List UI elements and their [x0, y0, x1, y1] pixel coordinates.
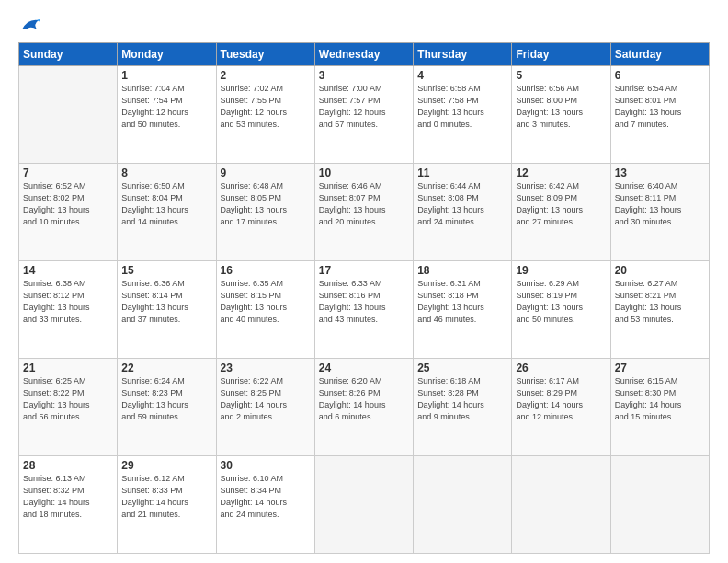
- day-number: 16: [221, 264, 311, 277]
- day-header-sunday: Sunday: [19, 43, 118, 66]
- calendar-cell: 21Sunrise: 6:25 AM Sunset: 8:22 PM Dayli…: [19, 359, 118, 456]
- day-number: 28: [23, 459, 113, 472]
- day-number: 14: [23, 264, 113, 277]
- day-number: 13: [615, 167, 705, 179]
- day-number: 4: [417, 69, 507, 82]
- day-info: Sunrise: 6:15 AM Sunset: 8:30 PM Dayligh…: [615, 375, 705, 423]
- header: [18, 17, 710, 33]
- day-header-monday: Monday: [118, 43, 216, 66]
- day-number: 29: [121, 459, 211, 472]
- day-info: Sunrise: 7:04 AM Sunset: 7:54 PM Dayligh…: [121, 83, 211, 131]
- day-number: 11: [417, 167, 507, 179]
- day-info: Sunrise: 7:00 AM Sunset: 7:57 PM Dayligh…: [319, 83, 409, 131]
- day-number: 30: [221, 459, 311, 472]
- calendar-cell: 15Sunrise: 6:36 AM Sunset: 8:14 PM Dayli…: [118, 261, 216, 359]
- day-number: 27: [615, 362, 705, 374]
- calendar-cell: 10Sunrise: 6:46 AM Sunset: 8:07 PM Dayli…: [314, 164, 413, 261]
- calendar-cell: 8Sunrise: 6:50 AM Sunset: 8:04 PM Daylig…: [118, 164, 216, 261]
- calendar-cell: 25Sunrise: 6:18 AM Sunset: 8:28 PM Dayli…: [414, 359, 512, 456]
- day-number: 22: [121, 362, 211, 374]
- calendar-cell: 18Sunrise: 6:31 AM Sunset: 8:18 PM Dayli…: [414, 261, 512, 359]
- day-info: Sunrise: 6:36 AM Sunset: 8:14 PM Dayligh…: [121, 278, 211, 326]
- calendar-cell: 30Sunrise: 6:10 AM Sunset: 8:34 PM Dayli…: [216, 456, 314, 554]
- calendar-cell: 16Sunrise: 6:35 AM Sunset: 8:15 PM Dayli…: [216, 261, 314, 359]
- page: SundayMondayTuesdayWednesdayThursdayFrid…: [0, 0, 728, 563]
- calendar-cell: 19Sunrise: 6:29 AM Sunset: 8:19 PM Dayli…: [512, 261, 610, 359]
- calendar-cell: 3Sunrise: 7:00 AM Sunset: 7:57 PM Daylig…: [314, 66, 413, 164]
- calendar-cell: [314, 456, 413, 554]
- calendar-cell: 9Sunrise: 6:48 AM Sunset: 8:05 PM Daylig…: [216, 164, 314, 261]
- calendar-cell: 12Sunrise: 6:42 AM Sunset: 8:09 PM Dayli…: [512, 164, 610, 261]
- day-number: 7: [23, 167, 113, 179]
- calendar-cell: 6Sunrise: 6:54 AM Sunset: 8:01 PM Daylig…: [610, 66, 709, 164]
- day-number: 25: [417, 362, 507, 374]
- calendar-cell: [512, 456, 610, 554]
- day-number: 24: [319, 362, 409, 374]
- day-header-thursday: Thursday: [414, 43, 512, 66]
- calendar-cell: 27Sunrise: 6:15 AM Sunset: 8:30 PM Dayli…: [610, 359, 709, 456]
- day-info: Sunrise: 6:29 AM Sunset: 8:19 PM Dayligh…: [516, 278, 606, 326]
- calendar-cell: 24Sunrise: 6:20 AM Sunset: 8:26 PM Dayli…: [314, 359, 413, 456]
- day-info: Sunrise: 6:13 AM Sunset: 8:32 PM Dayligh…: [23, 473, 113, 521]
- day-info: Sunrise: 7:02 AM Sunset: 7:55 PM Dayligh…: [221, 83, 311, 131]
- day-info: Sunrise: 6:18 AM Sunset: 8:28 PM Dayligh…: [417, 375, 507, 423]
- day-number: 20: [615, 264, 705, 277]
- calendar-cell: 22Sunrise: 6:24 AM Sunset: 8:23 PM Dayli…: [118, 359, 216, 456]
- calendar-cell: 1Sunrise: 7:04 AM Sunset: 7:54 PM Daylig…: [118, 66, 216, 164]
- calendar-cell: [19, 66, 118, 164]
- calendar-cell: 20Sunrise: 6:27 AM Sunset: 8:21 PM Dayli…: [610, 261, 709, 359]
- day-number: 26: [516, 362, 606, 374]
- day-info: Sunrise: 6:56 AM Sunset: 8:00 PM Dayligh…: [516, 83, 606, 131]
- day-header-tuesday: Tuesday: [216, 43, 314, 66]
- day-info: Sunrise: 6:44 AM Sunset: 8:08 PM Dayligh…: [417, 180, 507, 228]
- day-number: 2: [221, 69, 311, 82]
- day-info: Sunrise: 6:24 AM Sunset: 8:23 PM Dayligh…: [121, 375, 211, 423]
- day-number: 6: [615, 69, 705, 82]
- day-info: Sunrise: 6:22 AM Sunset: 8:25 PM Dayligh…: [221, 375, 311, 423]
- day-info: Sunrise: 6:46 AM Sunset: 8:07 PM Dayligh…: [319, 180, 409, 228]
- calendar-cell: 29Sunrise: 6:12 AM Sunset: 8:33 PM Dayli…: [118, 456, 216, 554]
- calendar-cell: 11Sunrise: 6:44 AM Sunset: 8:08 PM Dayli…: [414, 164, 512, 261]
- calendar-cell: 28Sunrise: 6:13 AM Sunset: 8:32 PM Dayli…: [19, 456, 118, 554]
- day-info: Sunrise: 6:50 AM Sunset: 8:04 PM Dayligh…: [121, 180, 211, 228]
- calendar-cell: 13Sunrise: 6:40 AM Sunset: 8:11 PM Dayli…: [610, 164, 709, 261]
- day-number: 19: [516, 264, 606, 277]
- calendar-cell: [414, 456, 512, 554]
- calendar-cell: [610, 456, 709, 554]
- day-info: Sunrise: 6:42 AM Sunset: 8:09 PM Dayligh…: [516, 180, 606, 228]
- day-info: Sunrise: 6:54 AM Sunset: 8:01 PM Dayligh…: [615, 83, 705, 131]
- logo-bird-icon: [20, 17, 40, 33]
- day-number: 8: [121, 167, 211, 179]
- day-number: 17: [319, 264, 409, 277]
- day-info: Sunrise: 6:31 AM Sunset: 8:18 PM Dayligh…: [417, 278, 507, 326]
- calendar-cell: 4Sunrise: 6:58 AM Sunset: 7:58 PM Daylig…: [414, 66, 512, 164]
- day-header-saturday: Saturday: [610, 43, 709, 66]
- day-info: Sunrise: 6:17 AM Sunset: 8:29 PM Dayligh…: [516, 375, 606, 423]
- calendar-cell: 17Sunrise: 6:33 AM Sunset: 8:16 PM Dayli…: [314, 261, 413, 359]
- calendar-cell: 5Sunrise: 6:56 AM Sunset: 8:00 PM Daylig…: [512, 66, 610, 164]
- day-number: 3: [319, 69, 409, 82]
- calendar-cell: 14Sunrise: 6:38 AM Sunset: 8:12 PM Dayli…: [19, 261, 118, 359]
- day-info: Sunrise: 6:27 AM Sunset: 8:21 PM Dayligh…: [615, 278, 705, 326]
- day-info: Sunrise: 6:48 AM Sunset: 8:05 PM Dayligh…: [221, 180, 311, 228]
- day-header-friday: Friday: [512, 43, 610, 66]
- logo: [18, 17, 42, 33]
- day-info: Sunrise: 6:20 AM Sunset: 8:26 PM Dayligh…: [319, 375, 409, 423]
- day-info: Sunrise: 6:33 AM Sunset: 8:16 PM Dayligh…: [319, 278, 409, 326]
- day-info: Sunrise: 6:10 AM Sunset: 8:34 PM Dayligh…: [221, 473, 311, 521]
- calendar: SundayMondayTuesdayWednesdayThursdayFrid…: [18, 42, 710, 554]
- day-info: Sunrise: 6:38 AM Sunset: 8:12 PM Dayligh…: [23, 278, 113, 326]
- day-info: Sunrise: 6:52 AM Sunset: 8:02 PM Dayligh…: [23, 180, 113, 228]
- day-info: Sunrise: 6:25 AM Sunset: 8:22 PM Dayligh…: [23, 375, 113, 423]
- day-number: 10: [319, 167, 409, 179]
- day-header-wednesday: Wednesday: [314, 43, 413, 66]
- day-info: Sunrise: 6:40 AM Sunset: 8:11 PM Dayligh…: [615, 180, 705, 228]
- calendar-cell: 26Sunrise: 6:17 AM Sunset: 8:29 PM Dayli…: [512, 359, 610, 456]
- day-info: Sunrise: 6:12 AM Sunset: 8:33 PM Dayligh…: [121, 473, 211, 521]
- calendar-cell: 7Sunrise: 6:52 AM Sunset: 8:02 PM Daylig…: [19, 164, 118, 261]
- calendar-cell: 23Sunrise: 6:22 AM Sunset: 8:25 PM Dayli…: [216, 359, 314, 456]
- day-number: 18: [417, 264, 507, 277]
- day-number: 9: [221, 167, 311, 179]
- day-number: 21: [23, 362, 113, 374]
- day-info: Sunrise: 6:35 AM Sunset: 8:15 PM Dayligh…: [221, 278, 311, 326]
